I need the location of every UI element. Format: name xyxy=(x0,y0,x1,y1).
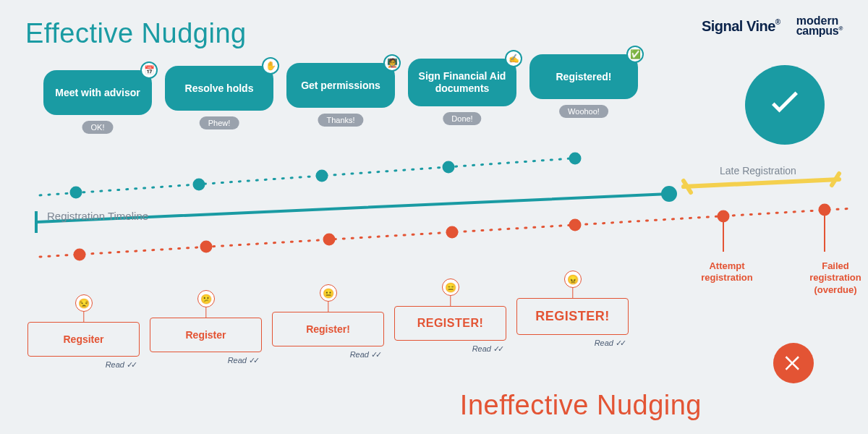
svg-line-9 xyxy=(684,181,691,192)
svg-point-15 xyxy=(570,220,580,230)
nudge-bubble: REGISTER! xyxy=(516,298,629,335)
nudge-response: OK! xyxy=(82,121,114,134)
nudge-resolve-holds: Resolve holds ✋ Phew! xyxy=(165,66,273,129)
emoji-icon: 😕 xyxy=(197,290,215,307)
calendar-icon: 📅 xyxy=(140,61,158,79)
read-receipt: Read ✓✓ xyxy=(472,344,502,354)
svg-point-11 xyxy=(75,250,85,260)
svg-point-7 xyxy=(663,187,676,200)
late-registration-label: Late Registration xyxy=(720,165,796,176)
nudge-register-1: 😒 Regsiter Read ✓✓ xyxy=(27,322,140,357)
logo-moderncampus: modern campus® xyxy=(796,16,843,37)
nudge-response: Woohoo! xyxy=(559,105,608,118)
failure-x-icon xyxy=(773,343,814,383)
title-ineffective: Ineffective Nudging xyxy=(460,390,702,421)
logo-bar: Signal Vine® modern campus® xyxy=(702,16,843,37)
late-events: Attempt registration Failed registration… xyxy=(691,260,868,296)
ineffective-nudges-row: 😒 Regsiter Read ✓✓ 😕 Register Read ✓✓ 😐 … xyxy=(27,298,629,357)
nudge-response: Thanks! xyxy=(318,114,363,127)
registration-timeline-label: Registration Timeline xyxy=(47,210,148,222)
nudge-register-2: 😕 Register Read ✓✓ xyxy=(150,318,262,352)
svg-point-12 xyxy=(201,242,211,252)
logo-signalvine-text: Signal Vine xyxy=(702,18,775,34)
svg-point-4 xyxy=(570,153,580,163)
nudge-get-permissions: Get permissions 🧑‍🏫 Thanks! xyxy=(286,63,395,127)
svg-point-1 xyxy=(194,179,204,190)
emoji-icon: 😑 xyxy=(442,278,459,296)
read-receipt: Read ✓✓ xyxy=(106,360,135,370)
nudge-registered: Registered! ✅ Woohoo! xyxy=(529,54,638,118)
svg-point-3 xyxy=(443,162,454,172)
nudge-register-4: 😑 REGISTER! Read ✓✓ xyxy=(394,306,506,341)
emoji-icon: 😐 xyxy=(320,284,337,302)
svg-point-0 xyxy=(71,187,81,197)
sign-icon: ✍️ xyxy=(505,50,522,67)
logo-moderncampus-line2: campus xyxy=(796,25,839,38)
svg-point-13 xyxy=(324,234,334,244)
person-icon: 🧑‍🏫 xyxy=(383,54,401,72)
nudge-register-5: 😠 REGISTER! Read ✓✓ xyxy=(516,298,629,335)
nudge-bubble: Get permissions xyxy=(286,63,395,108)
svg-point-14 xyxy=(447,227,457,237)
nudge-bubble: Resolve holds xyxy=(165,66,273,111)
read-receipt: Read ✓✓ xyxy=(228,356,258,365)
check-icon: ✅ xyxy=(626,46,644,63)
svg-line-8 xyxy=(684,179,839,187)
attempt-registration-label: Attempt registration xyxy=(691,260,763,296)
title-effective: Effective Nudging xyxy=(25,18,247,49)
nudge-register-3: 😐 Register! Read ✓✓ xyxy=(272,312,384,346)
effective-nudges-row: Meet with advisor 📅 OK! Resolve holds ✋ … xyxy=(43,69,638,134)
emoji-icon: 😠 xyxy=(564,271,582,288)
success-check-icon xyxy=(745,65,825,145)
logo-signalvine: Signal Vine® xyxy=(702,18,780,35)
read-receipt: Read ✓✓ xyxy=(350,350,380,359)
hand-icon: ✋ xyxy=(262,57,279,75)
nudge-bubble: Registered! xyxy=(529,54,638,99)
svg-line-10 xyxy=(832,174,839,185)
nudge-bubble: Regsiter xyxy=(27,322,140,357)
nudge-bubble: Register xyxy=(150,318,262,352)
emoji-icon: 😒 xyxy=(75,294,93,312)
nudge-response: Done! xyxy=(443,112,481,125)
nudge-bubble: REGISTER! xyxy=(394,306,506,341)
read-receipt: Read ✓✓ xyxy=(595,339,624,348)
svg-point-2 xyxy=(317,171,327,181)
nudge-bubble: Register! xyxy=(272,312,384,346)
nudge-bubble: Sign Financial Aid documents xyxy=(408,59,516,106)
nudge-meet-advisor: Meet with advisor 📅 OK! xyxy=(43,70,152,134)
nudge-response: Phew! xyxy=(200,116,239,129)
nudge-bubble: Meet with advisor xyxy=(43,70,152,115)
failed-registration-label: Failed registration (overdue) xyxy=(799,260,868,296)
nudge-sign-docs: Sign Financial Aid documents ✍️ Done! xyxy=(408,59,516,125)
